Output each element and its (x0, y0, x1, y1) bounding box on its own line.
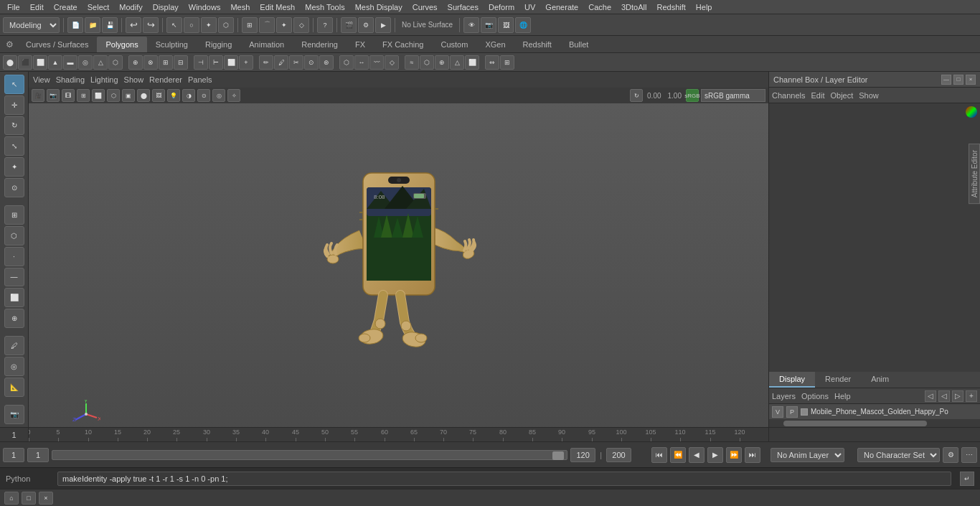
menu-redshift[interactable]: Redshift (652, 1, 689, 13)
camera-1[interactable]: 👁 (463, 17, 479, 33)
menu-curves[interactable]: Curves (408, 1, 442, 13)
start-frame-input[interactable] (3, 448, 24, 462)
vp-cam3[interactable]: 🎞 (62, 89, 75, 102)
vertex-mode-btn[interactable]: · (4, 247, 24, 266)
command-input[interactable] (57, 472, 951, 486)
snap-point[interactable]: ✦ (276, 17, 292, 33)
select-mode-btn[interactable]: ↖ (4, 75, 24, 94)
go-to-end-btn[interactable]: ⏭ (745, 447, 760, 463)
tab-polygons[interactable]: Polygons (97, 37, 146, 52)
cube-btn[interactable]: ⬛ (18, 55, 32, 70)
pen-tool[interactable]: ✏ (259, 55, 273, 70)
render-region[interactable]: 🎬 (341, 17, 357, 33)
paint-tool[interactable]: ✦ (201, 17, 217, 33)
uvshell-mode[interactable]: ⊕ (4, 309, 24, 328)
vp-cam2[interactable]: 📷 (47, 89, 60, 102)
vp-shadow-btn[interactable]: ◑ (182, 89, 195, 102)
append-btn[interactable]: + (239, 55, 253, 70)
char-set-selector[interactable]: No Character Set (857, 448, 940, 462)
connect-btn[interactable]: ⊙ (304, 55, 319, 70)
tab-fx[interactable]: FX (347, 37, 374, 52)
history-btn[interactable]: ? (317, 17, 333, 33)
tab-rigging[interactable]: Rigging (197, 37, 240, 52)
vp-shade-btn[interactable]: ⬡ (107, 89, 120, 102)
tab-animation[interactable]: Animation (240, 37, 293, 52)
layer-vis-p[interactable]: P (786, 406, 798, 418)
tab-redshift[interactable]: Redshift (514, 37, 560, 52)
menu-cache[interactable]: Cache (584, 1, 616, 13)
layers-nav-layers[interactable]: Layers (772, 392, 796, 400)
menu-surfaces[interactable]: Surfaces (443, 1, 483, 13)
menu-3dtall[interactable]: 3DtoAll (617, 1, 651, 13)
go-to-start-btn[interactable]: ⏮ (651, 447, 667, 463)
char-set-options-btn[interactable]: ⚙ (943, 447, 958, 463)
layer-fwd-btn[interactable]: ▷ (952, 390, 963, 402)
tab-sculpting[interactable]: Sculpting (147, 37, 197, 52)
bevel-btn[interactable]: ◇ (385, 55, 399, 70)
cb-nav-channels[interactable]: Channels (772, 91, 805, 100)
menu-generate[interactable]: Generate (541, 1, 583, 13)
tab-rendering[interactable]: Rendering (293, 37, 347, 52)
play-forward-btn[interactable]: ▶ (707, 447, 723, 463)
extract-btn[interactable]: ⊞ (159, 55, 173, 70)
layer-add-btn[interactable]: ◁ (925, 390, 936, 402)
menu-help[interactable]: Help (692, 1, 717, 13)
undo-btn[interactable]: ↩ (126, 17, 141, 33)
prism-btn[interactable]: △ (93, 55, 108, 70)
duplicate-special[interactable]: ⊞ (500, 55, 514, 70)
max-frame-input[interactable] (606, 448, 631, 462)
color-picker-icon[interactable] (966, 106, 977, 118)
menu-deform[interactable]: Deform (484, 1, 519, 13)
char-set-extra-btn[interactable]: ⋯ (961, 447, 977, 463)
vp-camera-btn[interactable]: 🎥 (32, 89, 44, 102)
triangulate-btn[interactable]: △ (450, 55, 464, 70)
menu-uv[interactable]: UV (520, 1, 540, 13)
attribute-editor-tab[interactable]: Attribute Editor (969, 144, 980, 204)
soft-select-btn[interactable]: ⊙ (4, 178, 24, 197)
vp-menu-renderer[interactable]: Renderer (149, 75, 182, 84)
rt-tab-render[interactable]: Render (815, 372, 861, 388)
python-mode-label[interactable]: Python (6, 474, 49, 483)
command-enter-btn[interactable]: ↵ (960, 472, 974, 486)
layer-vis-v[interactable]: V (772, 406, 783, 418)
camera-tools-btn[interactable]: 📷 (4, 405, 24, 424)
vp-gamma-mode-btn[interactable]: sRGB (686, 89, 699, 102)
save-file-btn[interactable]: 💾 (102, 17, 118, 33)
smooth-btn[interactable]: ≈ (405, 55, 419, 70)
render-btn[interactable]: ▶ (375, 17, 391, 33)
home-btn[interactable]: ⌂ (4, 492, 19, 505)
anim-layer-selector[interactable]: No Anim Layer (771, 448, 844, 462)
snap-grid[interactable]: ⊞ (242, 17, 258, 33)
step-back-btn[interactable]: ⏪ (670, 447, 686, 463)
transform-comp[interactable]: ⬡ (339, 55, 354, 70)
menu-mesh[interactable]: Mesh (226, 1, 254, 13)
viewport[interactable]: View Shading Lighting Show Renderer Pane… (29, 72, 768, 427)
vp-gamma-select[interactable]: sRGB gamma (701, 89, 765, 102)
tab-bullet[interactable]: Bullet (560, 37, 598, 52)
vp-isolate-btn[interactable]: ◎ (212, 89, 225, 102)
vp-frame-btn[interactable]: ⬜ (92, 89, 105, 102)
cylinder-btn[interactable]: ⬜ (33, 55, 47, 70)
cb-close-btn[interactable]: × (966, 75, 976, 85)
soft-select[interactable]: ⬡ (218, 17, 234, 33)
end-frame-input[interactable] (570, 448, 595, 462)
retopo-btn[interactable]: ⊕ (435, 55, 449, 70)
edge-mode-btn[interactable]: — (4, 268, 24, 287)
play-back-btn[interactable]: ◀ (689, 447, 705, 463)
step-forward-btn[interactable]: ⏩ (726, 447, 742, 463)
torus-btn[interactable]: ◎ (78, 55, 93, 70)
render-settings[interactable]: ⚙ (358, 17, 374, 33)
select-tool[interactable]: ↖ (166, 17, 182, 33)
vp-loop-btn[interactable]: ↻ (630, 89, 643, 102)
menu-select[interactable]: Select (83, 1, 114, 13)
plane-btn[interactable]: ▬ (63, 55, 77, 70)
redo-btn[interactable]: ↪ (143, 17, 159, 33)
paint-weights[interactable]: 🖊 (4, 336, 24, 355)
render-globe[interactable]: 🌐 (515, 17, 531, 33)
current-frame-input[interactable] (27, 448, 49, 462)
combine-btn[interactable]: ⊕ (128, 55, 143, 70)
menu-edit[interactable]: Edit (26, 1, 48, 13)
sphere-btn[interactable]: ⬤ (3, 55, 17, 70)
cone-btn[interactable]: ▲ (48, 55, 62, 70)
face-mode-btn[interactable]: ⬜ (4, 288, 24, 307)
